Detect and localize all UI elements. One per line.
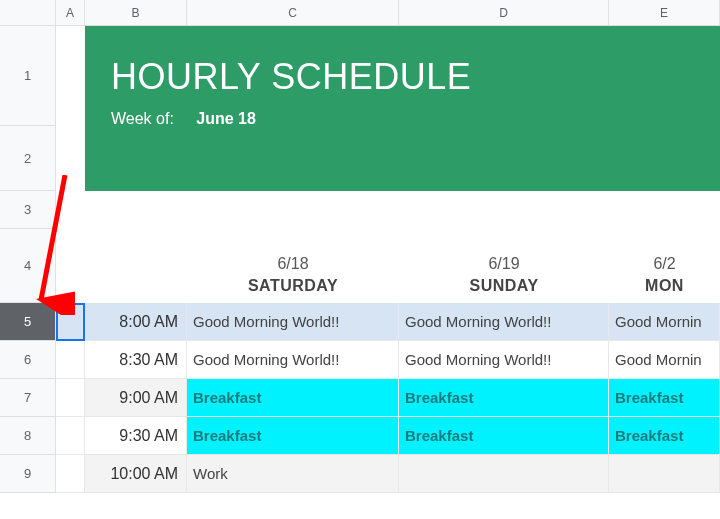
day-header-mon[interactable]: 6/2 MON <box>609 229 720 303</box>
row-3 <box>56 191 720 229</box>
row-header-2[interactable]: 2 <box>0 126 55 191</box>
day-header-sat[interactable]: 6/18 SATURDAY <box>187 229 399 303</box>
cell-A1[interactable] <box>56 26 85 126</box>
row-header-3[interactable]: 3 <box>0 191 55 229</box>
row-5: 8:00 AM Good Morning World!! Good Mornin… <box>56 303 720 341</box>
row-9: 10:00 AM Work <box>56 455 720 493</box>
time-cell[interactable]: 9:30 AM <box>85 417 187 455</box>
row-header-strip: 1 2 3 4 5 6 7 8 9 <box>0 26 56 493</box>
cell-A6[interactable] <box>56 341 85 379</box>
cell-E3[interactable] <box>609 191 720 229</box>
spreadsheet-viewport: A B C D E 1 2 3 4 5 6 7 8 9 HOURLY SCHED… <box>0 0 720 519</box>
schedule-cell[interactable]: Breakfast <box>609 379 720 417</box>
schedule-cell[interactable] <box>609 455 720 493</box>
schedule-cell[interactable]: Good Morning World!! <box>399 303 609 341</box>
time-cell[interactable]: 9:00 AM <box>85 379 187 417</box>
schedule-cell[interactable]: Breakfast <box>187 379 399 417</box>
col-header-E[interactable]: E <box>609 0 720 25</box>
schedule-cell[interactable]: Good Morning World!! <box>399 341 609 379</box>
cell-A2[interactable] <box>56 126 85 191</box>
cell-B3[interactable] <box>85 191 187 229</box>
column-header-row: A B C D E <box>0 0 720 26</box>
week-of-label: Week of: <box>111 110 174 127</box>
day-name: SUNDAY <box>469 277 538 295</box>
row-header-8[interactable]: 8 <box>0 417 55 455</box>
cell-B4[interactable] <box>85 229 187 303</box>
col-header-D[interactable]: D <box>399 0 609 25</box>
cell-A7[interactable] <box>56 379 85 417</box>
row-header-6[interactable]: 6 <box>0 341 55 379</box>
schedule-cell[interactable]: Breakfast <box>399 379 609 417</box>
day-date: 6/2 <box>653 255 675 273</box>
cell-A3[interactable] <box>56 191 85 229</box>
row-8: 9:30 AM Breakfast Breakfast Breakfast <box>56 417 720 455</box>
row-header-1[interactable]: 1 <box>0 26 55 126</box>
col-header-A[interactable]: A <box>56 0 85 25</box>
title-banner: HOURLY SCHEDULE Week of: June 18 <box>85 26 720 191</box>
day-name: SATURDAY <box>248 277 338 295</box>
schedule-title: HOURLY SCHEDULE <box>111 56 694 98</box>
day-name: MON <box>645 277 684 295</box>
cell-A9[interactable] <box>56 455 85 493</box>
cell-A5[interactable] <box>56 303 85 341</box>
day-date: 6/19 <box>488 255 519 273</box>
schedule-cell[interactable]: Good Mornin <box>609 303 720 341</box>
cell-A8[interactable] <box>56 417 85 455</box>
schedule-cell[interactable]: Breakfast <box>399 417 609 455</box>
schedule-cell[interactable] <box>399 455 609 493</box>
time-cell[interactable]: 8:00 AM <box>85 303 187 341</box>
col-header-B[interactable]: B <box>85 0 187 25</box>
col-header-C[interactable]: C <box>187 0 399 25</box>
row-header-7[interactable]: 7 <box>0 379 55 417</box>
select-all-corner[interactable] <box>0 0 56 25</box>
schedule-cell[interactable]: Good Mornin <box>609 341 720 379</box>
row-header-4[interactable]: 4 <box>0 229 55 303</box>
row-7: 9:00 AM Breakfast Breakfast Breakfast <box>56 379 720 417</box>
schedule-cell[interactable]: Good Morning World!! <box>187 303 399 341</box>
schedule-cell[interactable]: Good Morning World!! <box>187 341 399 379</box>
week-of-line: Week of: June 18 <box>111 110 694 128</box>
schedule-cell[interactable]: Work <box>187 455 399 493</box>
day-header-sun[interactable]: 6/19 SUNDAY <box>399 229 609 303</box>
time-cell[interactable]: 8:30 AM <box>85 341 187 379</box>
week-of-value: June 18 <box>196 110 256 127</box>
grid-body: HOURLY SCHEDULE Week of: June 18 6/18 SA… <box>56 26 720 519</box>
time-cell[interactable]: 10:00 AM <box>85 455 187 493</box>
schedule-cell[interactable]: Breakfast <box>187 417 399 455</box>
cell-C3[interactable] <box>187 191 399 229</box>
row-4-day-headers: 6/18 SATURDAY 6/19 SUNDAY 6/2 MON <box>56 229 720 303</box>
row-header-9[interactable]: 9 <box>0 455 55 493</box>
cell-D3[interactable] <box>399 191 609 229</box>
row-6: 8:30 AM Good Morning World!! Good Mornin… <box>56 341 720 379</box>
schedule-cell[interactable]: Breakfast <box>609 417 720 455</box>
day-date: 6/18 <box>277 255 308 273</box>
cell-A4[interactable] <box>56 229 85 303</box>
row-header-5[interactable]: 5 <box>0 303 55 341</box>
